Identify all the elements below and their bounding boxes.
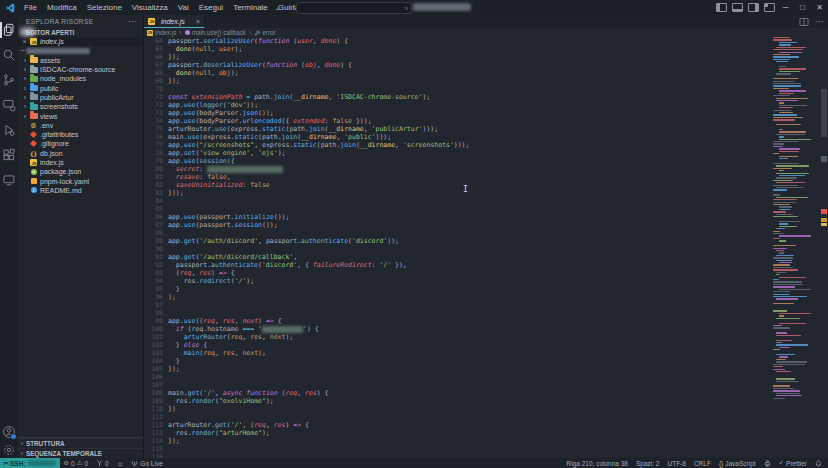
tree-item-index-js[interactable]: JSindex.js — [18, 158, 143, 167]
timeline-section[interactable]: › SEQUENZA TEMPORALE — [18, 448, 143, 458]
more-actions-icon[interactable]: ⋯ — [128, 17, 137, 26]
minimap-line — [776, 378, 795, 379]
go-live-label: Go Live — [140, 460, 162, 467]
breadcrumb-item[interactable]: JSindex.js — [147, 29, 176, 36]
tree-item-isdcac-chrome-source[interactable]: ›ISDCAC-chrome-source — [18, 65, 143, 74]
menu-modifica[interactable]: Modifica — [42, 0, 82, 15]
code-text — [163, 301, 168, 309]
notifications-button[interactable] — [811, 458, 828, 468]
tree-item--gitattributes[interactable]: .gitattributes — [18, 130, 143, 139]
open-editor-item[interactable]: × JS index.js — [18, 37, 143, 46]
toggle-sidebar-icon[interactable] — [716, 3, 727, 12]
breadcrumb-item[interactable]: error — [254, 29, 275, 36]
menu-vai[interactable]: Vai — [173, 0, 194, 15]
scrollbar-thumb[interactable] — [821, 89, 827, 137]
line-number: 86 — [143, 213, 163, 221]
print-button[interactable] — [760, 458, 775, 468]
tab-indexjs[interactable]: JS index.js × — [143, 15, 205, 28]
workspace-root[interactable]: › — [18, 46, 143, 55]
minimap-line — [773, 327, 790, 328]
minimap-line — [779, 170, 784, 171]
minimap-line — [773, 385, 790, 386]
activity-run-debug-icon[interactable] — [0, 120, 18, 140]
tree-item-publicartur[interactable]: ›publicArtur — [18, 93, 143, 102]
menu-selezione[interactable]: Selezione — [82, 0, 127, 15]
menu-visualizza[interactable]: Visualizza — [127, 0, 173, 15]
activity-extensions-icon[interactable] — [0, 145, 18, 165]
menu-esegui[interactable]: Esegui — [194, 0, 228, 15]
line-number: 88 — [143, 229, 163, 237]
file-tree: ›assets›ISDCAC-chrome-source›node_module… — [18, 56, 143, 195]
line-number: 110 — [143, 405, 163, 413]
minimap-line — [779, 323, 806, 324]
close-icon[interactable]: × — [196, 18, 200, 25]
tree-item-screenshots[interactable]: ›screenshots — [18, 102, 143, 111]
activity-settings-icon[interactable] — [0, 440, 18, 460]
feedback-smiley[interactable]: ☺ — [113, 458, 128, 468]
tree-item-package-json[interactable]: npackage.json — [18, 167, 143, 176]
cursor-position[interactable]: Riga 210, colonna 38 — [563, 458, 632, 468]
remote-indicator[interactable]: >< SSH: — [0, 458, 60, 468]
split-editor-icon[interactable] — [799, 17, 809, 27]
activity-account-icon[interactable] — [0, 422, 18, 442]
activity-remote-explorer-icon[interactable] — [0, 170, 18, 190]
line-number: 67 — [143, 61, 163, 69]
open-editors-section[interactable]: › EDITOR APERTI — [18, 28, 143, 37]
tree-item--gitignore[interactable]: .gitignore — [18, 139, 143, 148]
chevron-right-icon: › — [21, 66, 29, 73]
prettier-indicator[interactable]: ✓ Prettier — [775, 458, 811, 468]
indentation[interactable]: Spazi: 2 — [632, 458, 664, 468]
minimap-line — [776, 272, 786, 273]
minimap-line — [773, 39, 792, 40]
scrollbar[interactable] — [814, 37, 828, 458]
code-editor[interactable]: 64passport.serializeUser(function (user,… — [143, 37, 773, 458]
command-center-search[interactable]: ⌕ — [296, 2, 412, 14]
tree-item-views[interactable]: ›views — [18, 111, 143, 120]
more-actions-icon[interactable]: ⋯ — [815, 17, 824, 26]
minimap-line — [779, 313, 811, 314]
minimap[interactable] — [773, 37, 814, 458]
ports-indicator[interactable]: 0 — [92, 458, 113, 468]
tree-item-node-modules[interactable]: ›node_modules — [18, 74, 143, 83]
activity-explorer-icon[interactable] — [0, 20, 18, 40]
tree-item-db-json[interactable]: {}db.json — [18, 149, 143, 158]
gear-icon: ⚙ — [30, 122, 36, 129]
menu-terminale[interactable]: Terminale — [228, 0, 273, 15]
eol-sequence[interactable]: CRLF — [690, 458, 715, 468]
back-arrow-icon[interactable]: ← — [274, 3, 283, 13]
maximize-button[interactable]: □ — [794, 0, 811, 15]
close-button[interactable]: ✕ — [811, 0, 828, 15]
breadcrumb-item[interactable]: main.use() callback — [185, 29, 246, 36]
line-number: 66 — [143, 53, 163, 61]
language-mode[interactable]: {} JavaScript — [715, 458, 760, 468]
activity-remote-icon[interactable] — [0, 95, 18, 115]
tree-item-pnpm-lock-yaml[interactable]: pnpm-lock.yaml — [18, 176, 143, 185]
tree-item-public[interactable]: ›public — [18, 83, 143, 92]
minimap-line — [779, 136, 784, 137]
tree-item--env[interactable]: ⚙.env — [18, 121, 143, 130]
line-number: 70 — [143, 85, 163, 93]
minimize-button[interactable]: ─ — [777, 0, 794, 15]
outline-section[interactable]: › STRUTTURA — [18, 438, 143, 448]
code-line: 88 — [143, 229, 773, 237]
code-text: main.use(express.static(path.join(__dirn… — [163, 133, 391, 141]
encoding[interactable]: UTF-8 — [663, 458, 689, 468]
toggle-secondary-sidebar-icon[interactable] — [748, 3, 759, 12]
code-text — [163, 229, 168, 237]
tree-item-readme-md[interactable]: iREADME.md — [18, 186, 143, 195]
code-line: 77app.use("/screenshots", express.static… — [143, 141, 773, 149]
activity-source-control-icon[interactable] — [0, 70, 18, 90]
editor-group: JS index.js × ⋯ JSindex.js›main.use() ca… — [143, 15, 828, 458]
activity-search-icon[interactable] — [0, 45, 18, 65]
problems-indicator[interactable]: ⊘ 0 ⚠ 0 — [60, 458, 93, 468]
code-text: saveUninitialized: false — [163, 181, 270, 189]
code-text: done(null, obj); — [163, 69, 238, 77]
go-live-button[interactable]: Go Live — [127, 458, 166, 468]
customize-layout-icon[interactable] — [764, 3, 775, 12]
code-line: 67passport.deserializeUser(function (obj… — [143, 61, 773, 69]
tree-item-assets[interactable]: ›assets — [18, 56, 143, 65]
menu-file[interactable]: File — [19, 0, 42, 15]
toggle-panel-icon[interactable] — [732, 3, 743, 12]
close-icon[interactable]: × — [20, 38, 29, 45]
code-line: 85 — [143, 205, 773, 213]
